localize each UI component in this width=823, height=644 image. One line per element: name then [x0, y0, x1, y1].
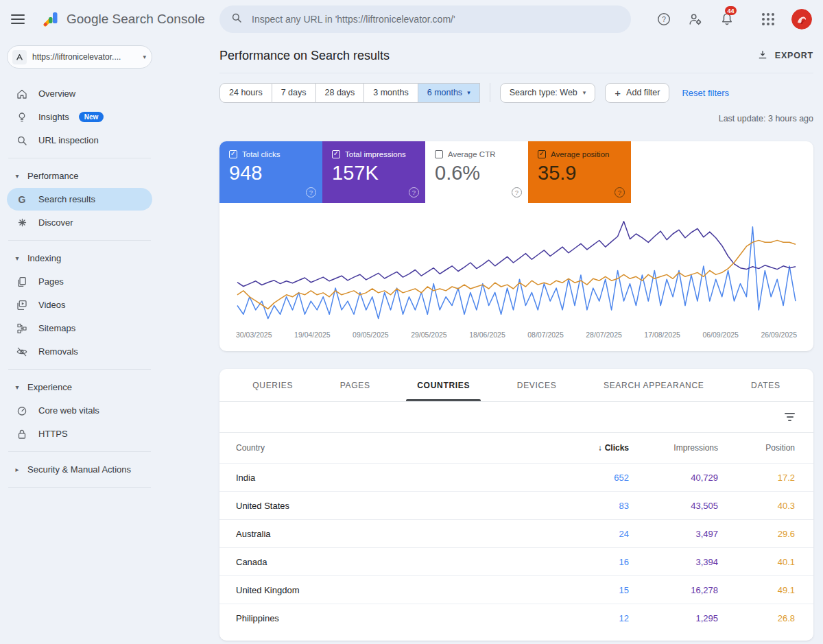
add-filter-chip[interactable]: + Add filter [605, 83, 669, 103]
url-inspection-search-bar[interactable] [219, 5, 631, 33]
table-row[interactable]: Canada 16 3,394 40.1 [219, 547, 813, 575]
average-ctr-card[interactable]: Average CTR 0.6% ? [425, 141, 528, 203]
position-cell: 40.3 [718, 501, 795, 511]
help-icon[interactable]: ? [656, 11, 672, 27]
metric-label: Total clicks [242, 150, 281, 158]
tab-label: SEARCH APPEARANCE [604, 381, 704, 390]
total-impressions-card[interactable]: Total impressions 157K ? [322, 141, 425, 203]
date-range-chip-7-days[interactable]: 7 days [272, 83, 316, 103]
tab-label: PAGES [340, 381, 370, 390]
country-cell: Australia [236, 529, 552, 539]
sidebar-divider [8, 369, 151, 370]
sidebar-item-url-inspection[interactable]: URL inspection [7, 129, 152, 152]
table-row[interactable]: United States 83 43,505 40.3 [219, 491, 813, 519]
help-icon[interactable]: ? [512, 187, 522, 198]
impressions-column-header[interactable]: Impressions [629, 443, 718, 453]
x-axis-label: 28/07/2025 [586, 331, 622, 339]
metric-checkbox[interactable] [435, 150, 443, 158]
help-icon[interactable]: ? [306, 187, 316, 198]
clicks-column-header[interactable]: ↓Clicks [552, 443, 629, 453]
country-cell: Philippines [236, 613, 552, 623]
property-selector[interactable]: https://liftronicelevator.... ▾ [7, 45, 152, 69]
tab-pages[interactable]: PAGES [329, 369, 381, 401]
search-icon [230, 12, 243, 27]
sidebar-item-videos[interactable]: Videos [7, 294, 152, 316]
table-row[interactable]: Philippines 12 1,295 26.8 [219, 604, 813, 632]
sidebar-item-removals[interactable]: Removals [7, 340, 152, 363]
tab-countries[interactable]: COUNTRIES [406, 369, 481, 401]
x-axis-labels: 30/03/202519/04/202509/05/202529/05/2025… [219, 326, 813, 351]
sidebar-item-discover[interactable]: Discover [7, 211, 152, 234]
sidebar-item-core-web-vitals[interactable]: Core web vitals [7, 399, 152, 422]
user-settings-icon[interactable] [687, 11, 704, 27]
g-logo-icon: G [15, 194, 29, 205]
video-icon [15, 299, 29, 311]
tab-dates[interactable]: DATES [740, 369, 791, 401]
metric-checkbox[interactable] [332, 150, 340, 158]
date-range-chip-24-hours[interactable]: 24 hours [219, 83, 272, 103]
magnifier-icon [15, 134, 29, 147]
impressions-cell: 43,505 [629, 501, 718, 511]
position-column-header[interactable]: Position [718, 443, 795, 453]
search-input[interactable] [252, 14, 620, 25]
sidebar-item-overview[interactable]: Overview [7, 82, 152, 105]
help-icon[interactable]: ? [409, 187, 419, 198]
sidebar-item-pages[interactable]: Pages [7, 270, 152, 293]
sidebar-item-indexing[interactable]: ▾ Indexing [7, 247, 152, 270]
clicks-cell: 15 [552, 585, 629, 595]
sidebar-item-label: Removals [38, 346, 78, 357]
table-row[interactable]: Australia 24 3,497 29.6 [219, 519, 813, 547]
sidebar-item-label: Search results [38, 194, 95, 204]
tab-queries[interactable]: QUERIES [241, 369, 304, 401]
total-clicks-card[interactable]: Total clicks 948 ? [219, 141, 322, 203]
table-row[interactable]: India 652 40,729 17.2 [219, 463, 813, 491]
chevron-down-icon: ▾ [467, 84, 470, 102]
sidebar-item-label: Performance [27, 171, 78, 181]
date-range-chip-28-days[interactable]: 28 days [316, 83, 365, 103]
line-chart [219, 203, 813, 326]
sidebar-item-sitemaps[interactable]: Sitemaps [7, 317, 152, 339]
tab-devices[interactable]: DEVICES [506, 369, 568, 401]
sidebar-item-search-results[interactable]: G Search results [7, 188, 152, 211]
country-cell: United Kingdom [236, 585, 552, 595]
metric-checkbox[interactable] [229, 150, 237, 158]
clicks-header-label: Clicks [605, 443, 629, 453]
country-column-header[interactable]: Country [236, 443, 552, 453]
performance-chart-card: Total clicks 948 ? Total impressions 157… [219, 141, 813, 351]
sidebar-item-label: Discover [38, 217, 73, 228]
export-button[interactable]: EXPORT [757, 49, 813, 62]
table-body: India 652 40,729 17.2 United States 83 4… [219, 463, 813, 632]
table-row[interactable]: United Kingdom 15 16,278 49.1 [219, 575, 813, 604]
date-range-selector: 24 hours 7 days 28 days 3 months 6 month… [219, 83, 480, 103]
clicks-cell: 83 [552, 501, 629, 511]
sidebar-item-security-manual-actions[interactable]: ▸ Security & Manual Actions [7, 458, 152, 481]
tab-search-appearance[interactable]: SEARCH APPEARANCE [593, 369, 715, 401]
sitemap-icon [15, 322, 29, 335]
date-range-chip-3-months[interactable]: 3 months [364, 83, 418, 103]
bulb-icon [15, 111, 29, 123]
reset-filters-link[interactable]: Reset filters [682, 88, 729, 98]
date-range-chip-6-months[interactable]: 6 months ▾ [418, 83, 480, 103]
sidebar-item-performance[interactable]: ▾ Performance [7, 165, 152, 187]
metric-checkbox[interactable] [538, 150, 546, 158]
gauge-icon [15, 405, 29, 417]
metric-label: Average CTR [448, 150, 495, 158]
country-cell: India [236, 473, 552, 483]
impressions-cell: 3,497 [629, 529, 718, 539]
average-position-card[interactable]: Average position 35.9 ? [528, 141, 631, 203]
caret-down-icon: ▾ [13, 254, 21, 262]
hamburger-menu-icon[interactable] [11, 14, 25, 24]
notifications-bell-icon[interactable]: 44 [719, 11, 735, 27]
account-avatar[interactable] [791, 9, 812, 29]
main-content: Performance on Search results EXPORT 24 … [219, 38, 813, 641]
apps-grid-icon[interactable] [760, 11, 776, 27]
dimension-tabs: QUERIES PAGES COUNTRIES DEVICES SEARCH A… [219, 369, 813, 402]
sidebar-item-https[interactable]: HTTPS [7, 422, 152, 445]
sidebar-item-experience[interactable]: ▾ Experience [7, 376, 152, 398]
sidebar-item-insights[interactable]: Insights New [7, 106, 152, 128]
search-type-chip[interactable]: Search type: Web ▾ [500, 83, 596, 103]
filter-list-icon[interactable] [785, 413, 795, 421]
help-icon[interactable]: ? [615, 187, 625, 198]
new-badge: New [79, 112, 104, 122]
x-axis-label: 09/05/2025 [353, 331, 389, 339]
